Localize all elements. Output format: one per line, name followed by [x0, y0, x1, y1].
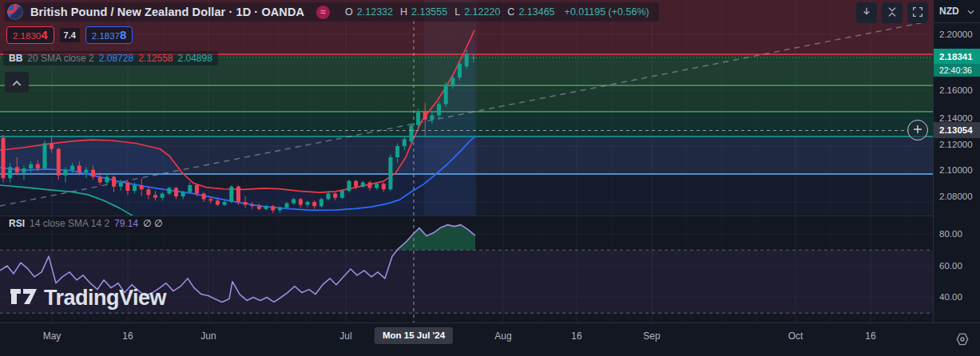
rsi-indicator-legend[interactable]: RSI 14 close SMA 14 2 79.14 ∅ ∅ — [3, 217, 168, 230]
buy-price: 2.18378 — [92, 27, 127, 44]
buy-button[interactable]: 2.18378 — [85, 26, 133, 44]
add-alert-plus-button[interactable] — [907, 120, 928, 140]
bb-lower-value: 2.04898 — [178, 53, 212, 64]
symbol-legend-row: British Pound / New Zealand Dollar · 1D … — [5, 2, 659, 22]
high-label: H — [400, 6, 407, 18]
time-axis-label: Sep — [643, 330, 660, 342]
low-label: L — [454, 6, 460, 18]
sell-price: 2.18304 — [13, 27, 48, 44]
download-arrow-icon — [860, 6, 873, 21]
axis-settings-button[interactable] — [953, 330, 972, 350]
market-status-icon[interactable]: ≈ — [316, 6, 330, 19]
symbol-flag-icon[interactable] — [7, 4, 23, 20]
bar-countdown-badge: 22:40:36 — [934, 64, 980, 77]
time-axis-label: 16 — [865, 330, 875, 342]
tradingview-watermark: TradingView — [10, 285, 166, 311]
fullscreen-button[interactable] — [907, 2, 928, 23]
time-axis-label: 16 — [571, 330, 581, 342]
collapse-panes-button[interactable] — [882, 2, 903, 23]
fullscreen-icon — [911, 6, 924, 21]
rsi-axis-label: 80.00 — [939, 229, 962, 239]
tradingview-chart-window: British Pound / New Zealand Dollar · 1D … — [0, 0, 980, 356]
current-price-badge: 2.18341 — [934, 49, 980, 64]
tradingview-logo-text: TradingView — [44, 286, 166, 311]
bb-basis-value: 2.08728 — [99, 53, 133, 64]
currency-label: NZD — [939, 6, 959, 17]
time-axis[interactable]: May16JunJulAug16SepOct16 Mon 15 Jul '24 — [0, 322, 980, 356]
currency-selector[interactable]: NZD — [934, 0, 980, 23]
tradingview-logo-icon — [10, 285, 38, 311]
bb-upper-value: 2.12558 — [138, 53, 173, 64]
rsi-title: RSI — [9, 218, 25, 229]
price-axis-label: 2.10000 — [939, 165, 973, 175]
rsi-value: 79.14 — [114, 218, 138, 229]
ohlc-values: O2.12332 H2.13555 L2.12220 C2.13465 +0.0… — [345, 6, 649, 18]
time-axis-label: Jul — [339, 330, 351, 342]
time-axis-label: Jun — [200, 330, 216, 342]
hexagon-settings-icon — [954, 331, 970, 350]
rsi-hidden-values: ∅ ∅ — [143, 218, 162, 229]
time-axis-label: Aug — [494, 330, 511, 342]
price-axis-label: 2.20000 — [939, 30, 973, 39]
crosshair-price-badge: 2.13054 — [934, 122, 980, 138]
collapse-legend-button[interactable] — [5, 72, 29, 93]
bb-params: 20 SMA close 2 — [27, 53, 93, 64]
collapse-panes-icon — [886, 6, 899, 21]
spread-value: 7.4 — [60, 28, 80, 42]
symbol-title[interactable]: British Pound / New Zealand Dollar · 1D … — [30, 6, 304, 18]
time-axis-label: Oct — [788, 330, 803, 342]
price-axis-label: 2.12000 — [939, 140, 973, 149]
price-axis[interactable]: NZD 2.200002.160002.140002.120002.100002… — [933, 0, 980, 322]
price-axis-label: 2.16000 — [939, 85, 973, 95]
open-value: 2.12332 — [357, 6, 393, 18]
chevron-up-icon — [12, 77, 22, 89]
close-label: C — [507, 6, 514, 18]
save-layout-button[interactable] — [856, 2, 877, 23]
chevron-down-icon — [967, 6, 974, 17]
order-panel: 2.18304 7.4 2.18378 — [6, 26, 133, 44]
plus-icon — [913, 123, 922, 137]
time-axis-label: 16 — [122, 330, 133, 342]
rsi-axis-label: 40.00 — [939, 292, 962, 302]
rsi-params: 14 close SMA 14 2 — [30, 218, 109, 229]
bb-indicator-legend[interactable]: BB 20 SMA close 2 2.08728 2.12558 2.0489… — [3, 51, 218, 65]
close-value: 2.13465 — [518, 6, 554, 18]
time-axis-label: May — [43, 330, 61, 342]
change-value: +0.01195 (+0.56%) — [565, 6, 649, 18]
high-value: 2.13555 — [411, 6, 447, 18]
rsi-axis-label: 60.00 — [939, 261, 962, 271]
low-value: 2.12220 — [464, 6, 500, 18]
price-axis-label: 2.08000 — [939, 192, 973, 201]
crosshair-date-badge: Mon 15 Jul '24 — [375, 327, 453, 344]
open-label: O — [345, 6, 353, 18]
sell-button[interactable]: 2.18304 — [6, 26, 54, 44]
bb-title: BB — [9, 53, 22, 64]
